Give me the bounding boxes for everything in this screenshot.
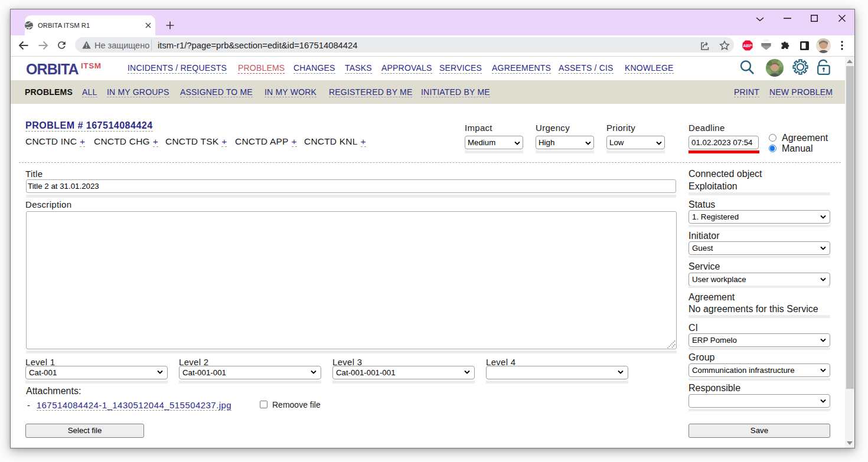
svg-text:ABP: ABP [743, 43, 752, 48]
